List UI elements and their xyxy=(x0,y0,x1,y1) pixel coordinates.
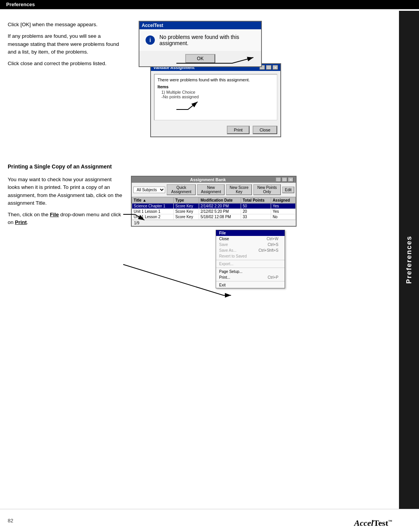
print-highlight: Print xyxy=(15,219,27,225)
window-toolbar: All Subjects Quick Assignment New Assign… xyxy=(132,183,296,197)
header-title: Preferences xyxy=(6,2,35,7)
cell-title: Unit 1 Lesson 1 xyxy=(132,209,174,214)
validate-footer: Print Close xyxy=(151,123,280,136)
section2-para2: Then, click on the File drop-down menu a… xyxy=(8,211,123,227)
menu-label-saveas: Save As... xyxy=(219,248,236,253)
info-icon: i xyxy=(146,35,155,45)
section2-text: You may want to check how your assignmen… xyxy=(8,176,131,330)
sidebar-label: Preferences xyxy=(405,236,413,284)
menu-header: File xyxy=(216,230,285,236)
table-row[interactable]: Unit 1 Lesson 2 Score Key 5/18/02 12:08 … xyxy=(132,214,296,220)
cell-assigned: No xyxy=(271,214,295,220)
assignment-bank-window: Assignment Bank _ □ × All Subjects Quick… xyxy=(131,176,297,227)
col-assigned: Assigned xyxy=(271,197,295,204)
cell-assigned: Yes xyxy=(271,209,295,214)
maximize-btn[interactable]: □ xyxy=(266,65,272,70)
table-row[interactable]: Unit 1 Lesson 1 Score Key 2/12/02 5:20 P… xyxy=(132,209,296,214)
logo-tm: ™ xyxy=(388,519,392,524)
menu-divider-3 xyxy=(216,281,285,281)
section2-para1: You may want to check how your assignmen… xyxy=(8,176,123,207)
menu-item-close[interactable]: Close Ctrl+W xyxy=(216,236,285,242)
win-maximize[interactable]: □ xyxy=(282,177,287,182)
validate-message: There were problems found with this assi… xyxy=(158,77,274,82)
menu-shortcut-save: Ctrl+S xyxy=(268,242,278,247)
acceltest-footer: OK xyxy=(139,51,261,66)
acceltest-message: No problems were found with this assignm… xyxy=(159,34,255,46)
cell-title: Science Chapter 1 xyxy=(132,204,174,209)
logo-test: Test xyxy=(374,518,388,528)
assignment-table: Title ▲ Type Modification Date Total Poi… xyxy=(132,197,296,220)
quick-assignment-btn[interactable]: Quick Assignment xyxy=(167,184,196,195)
new-score-key-btn[interactable]: New Score Key xyxy=(226,184,252,195)
acceltest-dialog: AccelTest i No problems were found with … xyxy=(139,21,262,67)
menu-item-print[interactable]: Print... Ctrl+P xyxy=(216,274,285,280)
section1: Click [OK] when the message appears. If … xyxy=(8,17,372,152)
section2-screens: Assignment Bank _ □ × All Subjects Quick… xyxy=(131,176,297,330)
new-assignment-btn[interactable]: New Assignment xyxy=(197,184,225,195)
menu-label-exit: Exit xyxy=(219,283,226,287)
col-type: Type xyxy=(174,197,199,204)
menu-label-pagesetup: Page Setup... xyxy=(219,269,243,274)
col-title: Title ▲ xyxy=(132,197,174,204)
validate-dialog: Validate Assignment _ □ × There were pro… xyxy=(150,63,281,137)
close-btn[interactable]: × xyxy=(273,65,278,70)
menu-item-export[interactable]: Export... xyxy=(216,261,285,267)
acceltest-body: i No problems were found with this assig… xyxy=(139,29,261,51)
file-highlight: File xyxy=(50,212,59,217)
menu-label-print: Print... xyxy=(219,275,230,279)
menu-divider-1 xyxy=(216,260,285,260)
menu-label-revert: Revert to Saved xyxy=(219,254,247,258)
menu-item-revert[interactable]: Revert to Saved xyxy=(216,253,285,259)
cell-date: 5/18/02 12:08 PM xyxy=(199,214,241,220)
ok-button[interactable]: OK xyxy=(185,54,215,63)
page-header: Preferences xyxy=(0,0,419,9)
cell-points: 20 xyxy=(241,209,271,214)
menu-item-exit[interactable]: Exit xyxy=(216,282,285,288)
new-points-only-btn[interactable]: New Points Only xyxy=(253,184,281,195)
validate-item-0: 1) Multiple Choice xyxy=(161,90,274,94)
statusbar-text: 1/9 xyxy=(134,221,139,225)
table-container: Title ▲ Type Modification Date Total Poi… xyxy=(132,197,296,220)
menu-label-save: Save xyxy=(219,242,228,247)
win-close[interactable]: × xyxy=(288,177,293,182)
section1-screens: AccelTest i No problems were found with … xyxy=(135,21,372,152)
menu-item-pagesetup[interactable]: Page Setup... xyxy=(216,269,285,274)
page-footer: 82 AccelTest™ xyxy=(0,509,419,532)
validate-body: There were problems found with this assi… xyxy=(154,74,277,120)
cell-points: 50 xyxy=(241,204,271,209)
validate-items-label: Items xyxy=(158,84,274,89)
menu-shortcut-close: Ctrl+W xyxy=(266,237,278,241)
col-points: Total Points xyxy=(241,197,271,204)
table-row[interactable]: Science Chapter 1 Score Key 2/14/02 2:20… xyxy=(132,204,296,209)
window-controls: _ □ × xyxy=(276,177,293,182)
cell-type: Score Key xyxy=(174,214,199,220)
acceltest-titlebar: AccelTest xyxy=(139,22,261,29)
menu-divider-2 xyxy=(216,268,285,268)
statusbar: 1/9 xyxy=(132,220,296,226)
validate-item-1: -No points assigned xyxy=(161,94,274,99)
menu-shortcut-saveas: Ctrl+Shft+S xyxy=(258,248,278,253)
win-minimize[interactable]: _ xyxy=(276,177,281,182)
section2: You may want to check how your assignmen… xyxy=(8,176,372,330)
section1-para2: If any problems are found, you will see … xyxy=(8,32,123,56)
window-titlebar: Assignment Bank _ □ × xyxy=(132,177,296,183)
section1-text: Click [OK] when the message appears. If … xyxy=(8,21,131,152)
file-dropdown: File Close Ctrl+W Save Ctrl+S Save As...… xyxy=(216,230,285,288)
close-button[interactable]: Close xyxy=(253,126,277,134)
cell-title: Unit 1 Lesson 2 xyxy=(132,214,174,220)
page-number: 82 xyxy=(8,518,13,524)
footer-logo: AccelTest™ xyxy=(354,518,392,528)
edit-btn[interactable]: Edit xyxy=(282,187,294,193)
subject-select[interactable]: All Subjects xyxy=(133,187,165,193)
print-button[interactable]: Print xyxy=(227,126,250,134)
cell-date: 2/12/02 5:20 PM xyxy=(199,209,241,214)
menu-item-saveas[interactable]: Save As... Ctrl+Shft+S xyxy=(216,247,285,253)
menu-item-save[interactable]: Save Ctrl+S xyxy=(216,242,285,247)
sidebar: Preferences xyxy=(399,11,419,509)
cell-type: Score Key xyxy=(174,204,199,209)
logo-accel: Accel xyxy=(354,518,374,528)
titlebar-controls: _ □ × xyxy=(260,65,278,70)
section2-heading-text: Printing a Single Copy of an Assignment xyxy=(8,163,112,170)
content-area: Click [OK] when the message appears. If … xyxy=(0,9,399,338)
menu-label-close: Close xyxy=(219,237,229,241)
